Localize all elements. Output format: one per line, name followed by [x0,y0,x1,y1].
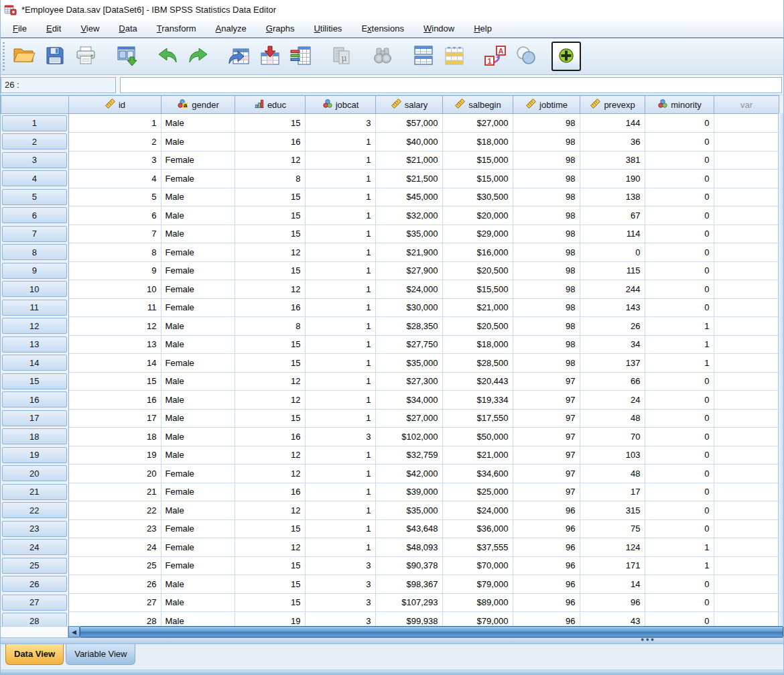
column-header-prevexp[interactable]: prevexp [580,96,645,114]
column-header-minority[interactable]: minority [645,96,714,114]
cell-id-row28[interactable]: 28 [68,612,161,627]
cell-editor-field[interactable] [120,77,782,93]
cell-salary-row26[interactable]: $98,367 [375,575,442,594]
cell-jobcat-row20[interactable]: 1 [305,465,375,483]
cell-jobtime-row9[interactable]: 98 [513,261,580,280]
cell-jobcat-row7[interactable]: 1 [305,225,375,243]
cell-educ-row28[interactable]: 19 [235,612,305,627]
row-number-4[interactable]: 4 [1,170,68,188]
cell-id-row1[interactable]: 1 [68,114,161,133]
cell-jobtime-row20[interactable]: 97 [513,465,580,483]
cell-educ-row12[interactable]: 8 [235,317,305,336]
menu-data[interactable]: Data [111,21,145,36]
cell-prevexp-row22[interactable]: 315 [580,501,645,520]
cell-prevexp-row5[interactable]: 138 [580,188,645,206]
cell-minority-row19[interactable]: 0 [645,446,714,465]
cell-jobcat-row14[interactable]: 1 [305,354,375,373]
cell-var-row19[interactable] [714,446,779,465]
open-data-button[interactable] [9,41,40,72]
scroll-left-arrow-icon[interactable]: ◀ [68,626,80,637]
cell-jobtime-row4[interactable]: 98 [513,170,580,188]
cell-salbegin-row23[interactable]: $36,000 [442,519,513,538]
cell-salary-row23[interactable]: $43,648 [375,519,442,538]
vertical-scrollbar[interactable] [778,113,783,626]
value-labels-button[interactable]: 1A [480,41,511,72]
cell-id-row10[interactable]: 10 [68,280,161,299]
cell-salbegin-row13[interactable]: $18,000 [442,335,513,354]
recall-dialogs-button[interactable] [111,41,142,72]
cell-salary-row4[interactable]: $21,500 [375,170,442,188]
cell-jobcat-row10[interactable]: 1 [305,280,375,299]
cell-salbegin-row15[interactable]: $20,443 [442,372,513,391]
cell-prevexp-row2[interactable]: 36 [580,133,645,151]
cell-salbegin-row11[interactable]: $21,000 [442,298,513,317]
cell-minority-row24[interactable]: 1 [645,538,714,557]
row-number-14[interactable]: 14 [1,354,68,373]
row-number-16[interactable]: 16 [1,391,68,410]
cell-salary-row2[interactable]: $40,000 [375,133,442,151]
row-number-18[interactable]: 18 [1,428,68,446]
cell-prevexp-row11[interactable]: 143 [580,298,645,317]
column-header-salary[interactable]: salary [376,96,443,114]
cell-id-row12[interactable]: 12 [68,317,161,336]
cell-educ-row17[interactable]: 15 [235,409,305,428]
cell-jobtime-row23[interactable]: 96 [513,519,580,538]
cell-var-row10[interactable] [714,280,779,299]
cell-var-row17[interactable] [714,409,779,428]
cell-minority-row11[interactable]: 0 [645,298,714,317]
row-number-23[interactable]: 23 [1,519,68,538]
cell-jobcat-row1[interactable]: 3 [305,114,375,133]
cell-prevexp-row19[interactable]: 103 [580,446,645,465]
cell-gender-row26[interactable]: Male [161,575,235,594]
cell-prevexp-row24[interactable]: 124 [580,538,645,557]
cell-salbegin-row12[interactable]: $20,500 [442,317,513,336]
cell-minority-row8[interactable]: 0 [645,243,714,262]
menu-analyze[interactable]: Analyze [208,21,255,36]
cell-gender-row13[interactable]: Male [161,335,235,354]
cell-minority-row12[interactable]: 1 [645,317,714,336]
cell-salbegin-row9[interactable]: $20,500 [442,261,513,280]
cell-educ-row1[interactable]: 15 [235,114,305,133]
cell-jobcat-row6[interactable]: 1 [305,206,375,225]
cell-educ-row20[interactable]: 12 [235,465,305,483]
cell-gender-row1[interactable]: Male [161,114,235,133]
cell-gender-row3[interactable]: Female [161,151,235,170]
cell-id-row15[interactable]: 15 [68,372,161,391]
cell-educ-row22[interactable]: 12 [235,501,305,520]
column-header-jobcat[interactable]: jobcat [306,96,376,114]
cell-jobcat-row9[interactable]: 1 [305,261,375,280]
cell-educ-row14[interactable]: 15 [235,354,305,373]
cell-gender-row9[interactable]: Female [161,261,235,280]
cell-var-row21[interactable] [714,483,779,501]
splitter-handle-icon[interactable]: ●●● [641,636,655,643]
row-number-13[interactable]: 13 [1,335,68,354]
cell-educ-row8[interactable]: 12 [235,243,305,262]
cell-educ-row26[interactable]: 15 [235,575,305,594]
cell-gender-row21[interactable]: Female [161,483,235,501]
row-number-2[interactable]: 2 [1,133,68,151]
cell-minority-row16[interactable]: 0 [645,391,714,410]
row-number-9[interactable]: 9 [1,261,68,280]
cell-var-row20[interactable] [714,465,779,483]
print-button[interactable] [70,41,101,72]
menu-utilities[interactable]: Utilities [306,21,350,36]
cell-jobcat-row18[interactable]: 3 [305,428,375,446]
cell-educ-row23[interactable]: 15 [235,519,305,538]
cell-id-row11[interactable]: 11 [68,298,161,317]
cell-salary-row18[interactable]: $102,000 [375,428,442,446]
cell-salbegin-row5[interactable]: $30,500 [442,188,513,206]
undo-button[interactable] [152,41,183,72]
cell-jobtime-row18[interactable]: 97 [513,428,580,446]
cell-salary-row13[interactable]: $27,750 [375,335,442,354]
variables-button[interactable] [285,41,316,72]
row-number-11[interactable]: 11 [1,298,68,317]
cell-jobcat-row11[interactable]: 1 [305,298,375,317]
cell-salary-row12[interactable]: $28,350 [375,317,442,336]
cell-educ-row6[interactable]: 15 [235,206,305,225]
cell-minority-row9[interactable]: 0 [645,261,714,280]
cell-jobcat-row16[interactable]: 1 [305,391,375,410]
menu-edit[interactable]: Edit [38,21,69,36]
cell-var-row14[interactable] [714,354,779,373]
cell-educ-row4[interactable]: 8 [235,170,305,188]
cell-jobtime-row19[interactable]: 97 [513,446,580,465]
